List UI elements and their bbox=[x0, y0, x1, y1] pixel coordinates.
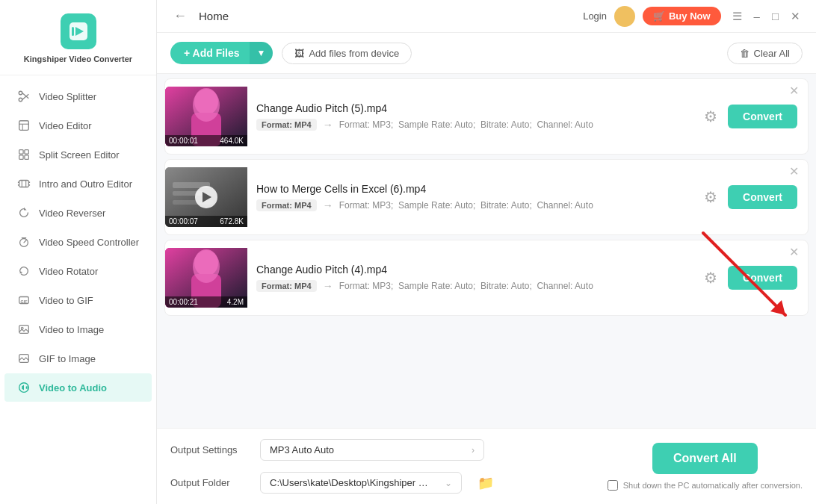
trash-icon: 🗑 bbox=[740, 48, 749, 59]
login-button[interactable]: Login bbox=[583, 10, 607, 22]
settings-button[interactable]: ⚙ bbox=[701, 266, 720, 290]
file-format: Format: MP4 → Format: MP3; Sample Rate: … bbox=[256, 199, 692, 211]
browse-folder-button[interactable]: 📁 bbox=[475, 473, 496, 494]
svg-point-4 bbox=[19, 99, 22, 102]
sidebar-item-video-to-gif[interactable]: GIF Video to GIF bbox=[4, 286, 152, 314]
reverse-icon bbox=[16, 205, 31, 220]
sidebar-item-video-rotator[interactable]: Video Rotator bbox=[4, 257, 152, 285]
convert-button[interactable]: Convert bbox=[728, 105, 797, 128]
shutdown-label: Shut down the PC automatically after con… bbox=[623, 481, 803, 490]
rotate-icon bbox=[16, 264, 31, 279]
edit-icon bbox=[16, 118, 31, 133]
output-settings-label: Output Settings bbox=[170, 444, 253, 455]
output-settings-select[interactable]: MP3 Auto Auto › bbox=[260, 439, 484, 461]
sidebar-item-label: Video to Audio bbox=[39, 382, 107, 393]
sidebar: Kingshiper Video Converter Video Splitte… bbox=[0, 0, 157, 504]
settings-button[interactable]: ⚙ bbox=[701, 105, 720, 128]
sidebar-item-video-to-audio[interactable]: Video to Audio bbox=[4, 373, 152, 402]
app-title: Kingshiper Video Converter bbox=[24, 54, 132, 64]
convert-all-button[interactable]: Convert All bbox=[652, 443, 758, 474]
minimize-button[interactable]: – bbox=[750, 8, 764, 25]
sidebar-item-video-editor[interactable]: Video Editor bbox=[4, 111, 152, 140]
gif-icon: GIF bbox=[16, 293, 31, 308]
svg-rect-14 bbox=[19, 181, 29, 187]
sidebar-item-video-to-image[interactable]: Video to Image bbox=[4, 315, 152, 343]
thumb-overlay: 00:00:07 672.8K bbox=[165, 216, 247, 227]
output-settings-area: Output Settings MP3 Auto Auto › Output F… bbox=[157, 429, 600, 504]
monitor-icon: 🖼 bbox=[294, 48, 304, 59]
sidebar-item-split-screen-editor[interactable]: Split Screen Editor bbox=[4, 140, 152, 169]
svg-marker-47 bbox=[770, 300, 785, 315]
back-button[interactable]: ← bbox=[169, 7, 191, 25]
add-device-button[interactable]: 🖼 Add files from device bbox=[282, 43, 412, 64]
close-button[interactable]: ✕ bbox=[787, 8, 804, 25]
output-folder-label: Output Folder bbox=[170, 477, 253, 488]
sidebar-item-video-splitter[interactable]: Video Splitter bbox=[4, 82, 152, 111]
play-button[interactable] bbox=[195, 186, 217, 208]
svg-point-29 bbox=[21, 328, 23, 330]
convert-button[interactable]: Convert bbox=[728, 266, 797, 290]
arrow-icon: → bbox=[323, 119, 333, 131]
sidebar-item-label: Video to Image bbox=[39, 324, 104, 335]
thumb-overlay: 00:00:01 464.0K bbox=[165, 135, 247, 146]
file-info: Change Audio Pitch (4).mp4 Format: MP4 →… bbox=[256, 264, 692, 292]
add-files-dropdown[interactable]: ▼ bbox=[250, 42, 273, 64]
format-from: Format: MP4 bbox=[256, 119, 317, 131]
settings-button[interactable]: ⚙ bbox=[701, 185, 720, 209]
convert-all-area: Convert All Shut down the PC automatical… bbox=[600, 429, 816, 504]
format-from: Format: MP4 bbox=[256, 280, 317, 292]
sidebar-item-gif-to-image[interactable]: GIF to Image bbox=[4, 344, 152, 373]
clear-all-label: Clear All bbox=[754, 48, 790, 59]
sidebar-item-video-reverser[interactable]: Video Reverser bbox=[4, 199, 152, 227]
convert-button[interactable]: Convert bbox=[728, 185, 797, 209]
svg-marker-21 bbox=[24, 208, 27, 211]
arrow-icon: → bbox=[323, 199, 333, 211]
format-to: Format: MP3; Sample Rate: Auto; Bitrate:… bbox=[339, 200, 593, 211]
film-icon bbox=[16, 176, 31, 191]
file-actions: ⚙ Convert bbox=[701, 185, 797, 209]
sidebar-item-intro-outro-editor[interactable]: Intro and Outro Editor bbox=[4, 169, 152, 198]
duration: 00:00:21 bbox=[169, 298, 198, 306]
svg-rect-2 bbox=[72, 27, 74, 36]
sidebar-item-label: Intro and Outro Editor bbox=[39, 178, 132, 190]
file-name: Change Audio Pitch (5).mp4 bbox=[256, 102, 692, 114]
thumb-overlay: 00:00:21 4.2M bbox=[165, 296, 247, 308]
sidebar-item-label: Split Screen Editor bbox=[39, 149, 120, 161]
clear-all-button[interactable]: 🗑 Clear All bbox=[727, 43, 803, 64]
add-files-label: + Add Files bbox=[184, 47, 240, 59]
svg-rect-12 bbox=[19, 155, 23, 159]
svg-rect-33 bbox=[28, 386, 28, 390]
sidebar-nav: Video Splitter Video Editor Split Screen… bbox=[0, 75, 156, 504]
shutdown-checkbox[interactable] bbox=[608, 480, 618, 491]
speed-icon bbox=[16, 234, 31, 249]
svg-rect-11 bbox=[25, 150, 28, 154]
titlebar-right: Login 🛒 Buy Now ☰ – □ ✕ bbox=[583, 6, 804, 27]
file-thumbnail: 00:00:21 4.2M bbox=[165, 248, 247, 308]
svg-rect-20 bbox=[28, 184, 30, 186]
file-format: Format: MP4 → Format: MP3; Sample Rate: … bbox=[256, 280, 692, 292]
content-area: 00:00:01 464.0K Change Audio Pitch (5).m… bbox=[157, 74, 816, 504]
table-row: 00:00:07 672.8K How to Merge Cells in Ex… bbox=[164, 159, 809, 235]
maximize-button[interactable]: □ bbox=[768, 8, 782, 25]
logo-icon bbox=[61, 13, 96, 49]
sidebar-item-label: GIF to Image bbox=[39, 353, 96, 364]
image-icon bbox=[16, 322, 31, 337]
remove-file-button[interactable]: ✕ bbox=[786, 164, 802, 179]
output-folder-select[interactable]: C:\Users\kate\Desktop\Kingshiper Vid... … bbox=[260, 472, 462, 494]
remove-file-button[interactable]: ✕ bbox=[786, 245, 802, 260]
file-size: 4.2M bbox=[227, 298, 244, 306]
svg-point-3 bbox=[19, 92, 22, 96]
sidebar-item-label: Video Editor bbox=[39, 120, 92, 131]
buy-now-button[interactable]: 🛒 Buy Now bbox=[643, 7, 721, 25]
sidebar-item-video-speed-controller[interactable]: Video Speed Controller bbox=[4, 228, 152, 256]
window-controls: ☰ – □ ✕ bbox=[729, 8, 804, 25]
titlebar: ← Home Login 🛒 Buy Now ☰ – □ ✕ bbox=[157, 0, 816, 33]
file-list: 00:00:01 464.0K Change Audio Pitch (5).m… bbox=[157, 74, 816, 428]
menu-button[interactable]: ☰ bbox=[729, 8, 746, 25]
svg-rect-10 bbox=[19, 150, 23, 154]
remove-file-button[interactable]: ✕ bbox=[786, 84, 802, 99]
duration: 00:00:01 bbox=[169, 137, 198, 145]
svg-marker-25 bbox=[20, 271, 23, 274]
svg-point-37 bbox=[193, 89, 220, 122]
add-files-button[interactable]: + Add Files bbox=[170, 42, 253, 64]
